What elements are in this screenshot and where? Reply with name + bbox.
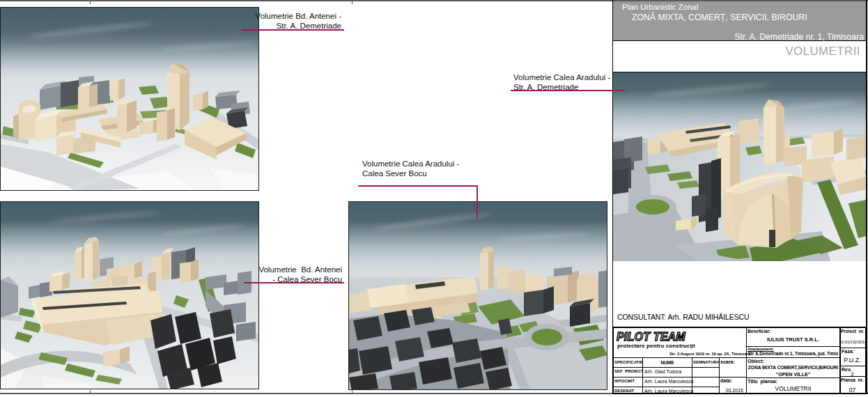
svg-text:PILOT TEAM: PILOT TEAM — [617, 331, 685, 343]
